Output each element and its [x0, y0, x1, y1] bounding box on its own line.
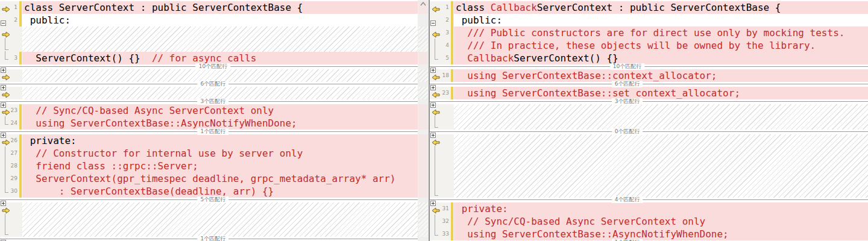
- gutter: 2: [430, 14, 454, 27]
- code-text[interactable]: using ServerContextBase::set_context_all…: [454, 87, 868, 99]
- code-text[interactable]: : ServerContextBase(deadline, arr) {}: [22, 185, 418, 198]
- expand-icon[interactable]: [430, 99, 436, 104]
- code-text[interactable]: public:: [22, 14, 418, 27]
- scrollbar-overview-segment: [418, 185, 428, 198]
- change-bar: [19, 52, 22, 64]
- collapsed-lines-separator[interactable]: 6个匹配行: [430, 82, 868, 87]
- change-bar: [451, 228, 453, 240]
- collapsed-lines-separator[interactable]: 5个匹配行: [0, 198, 418, 202]
- change-bar: [451, 39, 453, 52]
- expand-icon[interactable]: [1, 99, 6, 104]
- code-text[interactable]: class CallbackServerContext : public Ser…: [454, 1, 868, 14]
- block-bracket: [5, 51, 8, 60]
- code-text[interactable]: /// Public constructors are for direct u…: [454, 27, 868, 39]
- fold-collapse-icon[interactable]: [1, 17, 6, 22]
- gutter: 5: [430, 52, 454, 64]
- code-text[interactable]: // Sync/CQ-based Async ServerContext onl…: [22, 104, 418, 117]
- code-text[interactable]: ServerContext() {} // for async calls: [22, 52, 418, 64]
- collapsed-lines-separator[interactable]: 10个匹配行: [430, 64, 868, 69]
- code-text[interactable]: using ServerContextBase::AsyncNotifyWhen…: [22, 117, 418, 130]
- expand-icon[interactable]: [1, 81, 6, 87]
- diff-changed-text: /// In practice, these objects will be o…: [456, 40, 816, 51]
- code-text[interactable]: class ServerContext : public ServerConte…: [22, 1, 418, 14]
- line-number: 5: [445, 55, 449, 61]
- code-line-row: 27 // Constructor for internal use by se…: [0, 147, 418, 160]
- gutter: 1: [430, 1, 454, 14]
- code-segment: public:: [24, 14, 71, 26]
- code-text[interactable]: using ServerContextBase::AsyncNotifyWhen…: [454, 228, 868, 240]
- left-pane-scrollbar[interactable]: [418, 0, 429, 241]
- collapsed-lines-separator[interactable]: 3个匹配行: [430, 99, 868, 104]
- change-bar: [451, 14, 453, 27]
- scrollbar-overview-segment: [418, 69, 428, 82]
- diff-changed-text: // Sync/CQ-based Async ServerContext onl…: [24, 105, 274, 116]
- diff-changed-text: /// Public constructors are for direct u…: [456, 27, 844, 39]
- code-text[interactable]: /// In practice, these objects will be o…: [454, 39, 868, 52]
- matching-lines-count-label: 0个匹配行: [612, 128, 643, 135]
- expand-icon[interactable]: [1, 64, 6, 69]
- copy-to-right-button[interactable]: [2, 4, 10, 10]
- alignment-gap-row: [0, 202, 418, 237]
- diff-changed-text: : ServerContextBase(deadline, arr) {}: [24, 186, 274, 197]
- expand-icon[interactable]: [1, 236, 6, 241]
- collapsed-lines-separator[interactable]: 1个匹配行: [0, 130, 418, 134]
- expand-icon[interactable]: [430, 129, 436, 134]
- scrollbar-overview-segment: [418, 202, 428, 237]
- gutter: 4: [430, 39, 454, 52]
- block-bracket: [5, 116, 8, 125]
- collapsed-lines-separator[interactable]: 0个匹配行: [430, 130, 868, 134]
- code-text[interactable]: ServerContext(gpr_timespec deadline, grp…: [22, 172, 418, 185]
- collapsed-lines-separator[interactable]: 3个匹配行: [0, 99, 418, 104]
- separator-rule: [430, 101, 868, 102]
- expand-icon[interactable]: [430, 81, 436, 87]
- change-bar: [451, 202, 453, 215]
- change-bar: [451, 52, 453, 64]
- code-line-row: 2 public:: [430, 14, 868, 27]
- collapsed-lines-separator[interactable]: 6个匹配行: [0, 82, 418, 87]
- expand-icon[interactable]: [1, 197, 6, 202]
- copy-to-left-button[interactable]: [432, 29, 440, 36]
- diff-changed-text: // Constructor for internal use by serve…: [24, 148, 303, 159]
- code-text[interactable]: using ServerContextBase::context_allocat…: [454, 69, 868, 82]
- collapsed-lines-separator[interactable]: 4个匹配行: [430, 198, 868, 202]
- fold-collapse-icon[interactable]: [430, 17, 436, 22]
- block-bracket: [5, 214, 8, 235]
- code-line-row: 18 using ServerContextBase::context_allo…: [430, 69, 868, 82]
- scrollbar-overview-segment: [418, 134, 428, 147]
- code-text[interactable]: friend class ::grpc::Server;: [22, 160, 418, 172]
- code-segment: [456, 52, 467, 64]
- code-text[interactable]: // Sync/CQ-based Async ServerContext onl…: [454, 215, 868, 228]
- copy-to-left-button[interactable]: [432, 4, 440, 10]
- expand-icon[interactable]: [1, 129, 6, 134]
- code-text[interactable]: private:: [22, 134, 418, 147]
- gutter: [430, 104, 454, 130]
- collapsed-lines-separator[interactable]: 1个匹配行: [0, 237, 418, 241]
- line-number: 1: [14, 4, 17, 11]
- code-text[interactable]: public:: [454, 14, 868, 27]
- line-number: 4: [445, 42, 449, 49]
- code-segment: class: [456, 2, 491, 13]
- diff-changed-text: using ServerContextBase::context_allocat…: [456, 70, 717, 81]
- block-bracket: [435, 227, 438, 236]
- scrollbar-overview-segment: [418, 104, 428, 117]
- expand-icon[interactable]: [430, 64, 436, 69]
- gutter: 24: [0, 117, 22, 130]
- code-line-row: 23 using ServerContextBase::set_context_…: [430, 87, 868, 99]
- expand-icon[interactable]: [430, 197, 436, 202]
- scrollbar-overview-segment: [418, 52, 428, 64]
- copy-to-right-button[interactable]: [2, 29, 10, 36]
- scroll-up-icon[interactable]: [420, 2, 426, 6]
- code-line-row: 3 ServerContext() {} // for async calls: [0, 52, 418, 64]
- code-text[interactable]: // Constructor for internal use by serve…: [22, 147, 418, 160]
- collapsed-lines-separator[interactable]: 10个匹配行: [0, 64, 418, 69]
- change-bar: [19, 14, 22, 27]
- gutter: 29: [0, 172, 22, 185]
- gutter: 32: [430, 215, 454, 228]
- code-text[interactable]: CallbackServerContext() {}: [454, 52, 868, 64]
- matching-lines-count-label: 4个匹配行: [612, 196, 643, 203]
- line-number: 18: [442, 72, 449, 79]
- code-line-row: 3 /// Public constructors are for direct…: [430, 27, 868, 39]
- diff-changed-text: using ServerContextBase::AsyncNotifyWhen…: [24, 117, 297, 129]
- code-text[interactable]: private:: [454, 202, 868, 215]
- change-bar: [19, 172, 22, 185]
